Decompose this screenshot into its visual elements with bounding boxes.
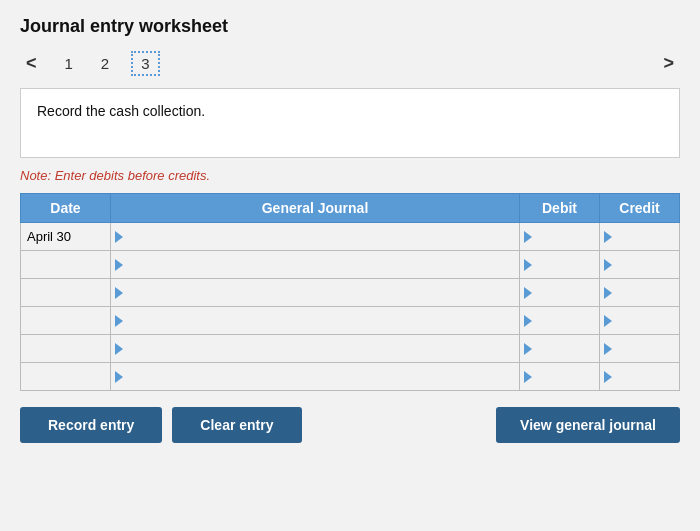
main-container: Journal entry worksheet < 1 2 3 > Record… xyxy=(0,0,700,531)
prev-arrow[interactable]: < xyxy=(20,51,43,76)
row-indicator-icon xyxy=(115,287,123,299)
debit-input-3[interactable] xyxy=(532,307,599,334)
clear-entry-button[interactable]: Clear entry xyxy=(172,407,301,443)
table-row xyxy=(21,335,680,363)
gj-input-5[interactable] xyxy=(123,363,519,390)
credit-input-3[interactable] xyxy=(612,307,679,334)
pagination-row: < 1 2 3 > xyxy=(20,51,680,76)
page-2[interactable]: 2 xyxy=(95,53,115,74)
debit-cell-0[interactable] xyxy=(520,223,600,251)
instruction-box: Record the cash collection. xyxy=(20,88,680,158)
debit-cell-2[interactable] xyxy=(520,279,600,307)
note-text: Note: Enter debits before credits. xyxy=(20,168,680,183)
credit-indicator-icon xyxy=(604,343,612,355)
record-entry-button[interactable]: Record entry xyxy=(20,407,162,443)
gj-input-1[interactable] xyxy=(123,251,519,278)
debit-indicator-icon xyxy=(524,343,532,355)
credit-cell-3[interactable] xyxy=(600,307,680,335)
page-3[interactable]: 3 xyxy=(131,51,159,76)
row-indicator-icon xyxy=(115,371,123,383)
date-cell-5 xyxy=(21,363,111,391)
date-cell-0: April 30 xyxy=(21,223,111,251)
date-cell-4 xyxy=(21,335,111,363)
row-indicator-icon xyxy=(115,315,123,327)
table-header-row: Date General Journal Debit Credit xyxy=(21,194,680,223)
gj-cell-3[interactable] xyxy=(111,307,520,335)
gj-cell-5[interactable] xyxy=(111,363,520,391)
debit-input-4[interactable] xyxy=(532,335,599,362)
credit-cell-2[interactable] xyxy=(600,279,680,307)
button-row: Record entry Clear entry View general jo… xyxy=(20,407,680,443)
debit-indicator-icon xyxy=(524,315,532,327)
row-indicator-icon xyxy=(115,259,123,271)
credit-cell-5[interactable] xyxy=(600,363,680,391)
debit-input-2[interactable] xyxy=(532,279,599,306)
debit-cell-1[interactable] xyxy=(520,251,600,279)
date-cell-3 xyxy=(21,307,111,335)
credit-indicator-icon xyxy=(604,287,612,299)
table-row xyxy=(21,279,680,307)
table-row: April 30 xyxy=(21,223,680,251)
gj-input-3[interactable] xyxy=(123,307,519,334)
credit-input-5[interactable] xyxy=(612,363,679,390)
credit-cell-1[interactable] xyxy=(600,251,680,279)
page-title: Journal entry worksheet xyxy=(20,16,680,37)
table-row xyxy=(21,363,680,391)
debit-input-1[interactable] xyxy=(532,251,599,278)
gj-input-4[interactable] xyxy=(123,335,519,362)
gj-input-0[interactable] xyxy=(123,223,519,250)
view-general-journal-button[interactable]: View general journal xyxy=(496,407,680,443)
gj-cell-1[interactable] xyxy=(111,251,520,279)
debit-indicator-icon xyxy=(524,259,532,271)
page-1[interactable]: 1 xyxy=(59,53,79,74)
date-cell-2 xyxy=(21,279,111,307)
table-row xyxy=(21,307,680,335)
debit-indicator-icon xyxy=(524,371,532,383)
row-indicator-icon xyxy=(115,343,123,355)
col-debit: Debit xyxy=(520,194,600,223)
gj-cell-2[interactable] xyxy=(111,279,520,307)
row-indicator-icon xyxy=(115,231,123,243)
gj-cell-0[interactable] xyxy=(111,223,520,251)
instruction-text: Record the cash collection. xyxy=(37,103,205,119)
credit-input-0[interactable] xyxy=(612,223,679,250)
col-credit: Credit xyxy=(600,194,680,223)
table-row xyxy=(21,251,680,279)
credit-input-4[interactable] xyxy=(612,335,679,362)
col-general-journal: General Journal xyxy=(111,194,520,223)
debit-indicator-icon xyxy=(524,287,532,299)
debit-input-0[interactable] xyxy=(532,223,599,250)
next-arrow[interactable]: > xyxy=(657,51,680,76)
date-cell-1 xyxy=(21,251,111,279)
credit-indicator-icon xyxy=(604,315,612,327)
col-date: Date xyxy=(21,194,111,223)
credit-cell-4[interactable] xyxy=(600,335,680,363)
debit-indicator-icon xyxy=(524,231,532,243)
debit-cell-3[interactable] xyxy=(520,307,600,335)
credit-input-2[interactable] xyxy=(612,279,679,306)
credit-indicator-icon xyxy=(604,259,612,271)
credit-cell-0[interactable] xyxy=(600,223,680,251)
debit-input-5[interactable] xyxy=(532,363,599,390)
gj-cell-4[interactable] xyxy=(111,335,520,363)
journal-table: Date General Journal Debit Credit April … xyxy=(20,193,680,391)
credit-indicator-icon xyxy=(604,371,612,383)
credit-input-1[interactable] xyxy=(612,251,679,278)
debit-cell-4[interactable] xyxy=(520,335,600,363)
credit-indicator-icon xyxy=(604,231,612,243)
debit-cell-5[interactable] xyxy=(520,363,600,391)
gj-input-2[interactable] xyxy=(123,279,519,306)
